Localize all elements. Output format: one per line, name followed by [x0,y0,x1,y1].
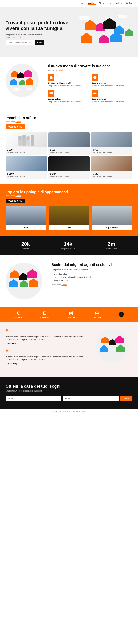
mini-houses [9,70,35,92]
feature-gestione-text: Sample text. Click to select the Text El… [48,85,89,87]
immobili-btn[interactable]: VEDERE DI PIÙ [6,124,25,130]
property-card-1[interactable]: $ 250 Sample text click to select [6,132,47,155]
navbar: Home Landing About Team Gallery Contact [0,0,138,7]
section2-credit-link[interactable]: Freepik [58,69,64,71]
gestione-icon [48,74,54,81]
ah-4 [9,279,18,287]
section-nuovo-modo: Il nuovo modo di trovare la tua casa Imm… [0,56,138,110]
agenti-text: Sample text. Click to select the Text El… [52,269,132,271]
property-card-5[interactable]: $ 1450 Sample text click to select [48,156,90,179]
property-card-6[interactable]: $ 150 Sample text click to select [91,156,132,179]
th-4 [100,345,108,352]
svg-point-2 [94,93,95,94]
apt-label-casa: Casa [48,225,90,230]
apt-card-appartamenti[interactable]: Appartamenti [92,206,132,230]
apt-card-casa[interactable]: Casa [48,206,90,230]
cloud-2 [118,15,127,18]
stat-num-cliente: 2m [106,241,117,247]
house-5 [125,29,134,36]
testimonial-1: ❝ Proin sed libero enim sed faucibus tur… [6,329,90,345]
section2-credit: Immagine da Freepik [48,69,132,71]
nav-gallery[interactable]: Gallery [116,2,122,5]
agent-circle [6,262,42,300]
stat-premiato: 20k Premiato [21,241,30,250]
apt-img-casa [48,206,90,225]
hero-title: Trova il posto perfetto dove vivere con … [6,20,74,31]
cta-email-input[interactable] [63,396,119,401]
footer-text: Sample text. Click to select the Text El… [6,411,132,412]
esplora-btn[interactable]: VEDERE DI PIÙ [6,198,25,204]
ah-6 [28,278,38,287]
property-card-3[interactable]: $ 350 Sample text click to select [91,132,132,155]
nav-team[interactable]: Team [108,2,112,5]
esplora-credit-link[interactable]: Freepik [16,195,21,197]
mini-house-1 [11,70,18,77]
nav-landing[interactable]: Landing [88,2,96,5]
mini-house-3 [24,70,32,77]
th-1 [101,336,109,344]
ah-5 [20,280,28,287]
property-card-4[interactable]: $ 2500 Sample text click to select [6,156,47,179]
section2-content: Il nuovo modo di trovare la tua casa Imm… [48,64,132,103]
agenti-credit-link[interactable]: Freepik [62,284,67,286]
hero-subtitle: Sample text. Click to select the Text El… [6,34,74,36]
apt-img-appartamenti [92,206,132,225]
cta-submit-button[interactable]: INVIA [120,396,132,401]
ah-1 [10,270,19,278]
email-form: INVIA [6,40,74,45]
apt-card-ufficio[interactable]: Ufficio [6,206,46,230]
nav-contact[interactable]: Contact [126,2,132,5]
mini-house-4 [10,79,17,85]
testimonial-text-1: Proin sed libero enim sed faucibus turpi… [6,335,90,341]
testimonials-list: ❝ Proin sed libero enim sed faucibus tur… [6,329,90,369]
company-name-2: COMPANY [40,316,49,318]
quote-mark-2: ❝ [6,349,90,354]
property-desc-2: Sample text click to select [50,152,88,154]
mini-cloud-2 [27,88,32,90]
property-price-5: $ 1450 [50,172,88,175]
ipotecari-icon [92,74,98,81]
agent-houses [9,269,39,293]
email-input[interactable] [6,40,35,45]
stat-label-premiato: Premiato [21,248,30,250]
bullet-3: Elenca la tua proprietà [52,279,132,282]
nav-about[interactable]: About [99,2,104,5]
property-card-2[interactable]: $ 550 Sample text click to select [48,132,90,155]
hero-illustration [74,14,132,51]
esplora-credit: Immagine da Freepik [6,195,132,197]
hero-content: Trova il posto perfetto dove vivere con … [6,20,74,45]
section-stats: 20k Premiato 14k Proprietà pronta 2m Cli… [0,236,138,255]
hero-credit-link[interactable]: Freepik [16,36,21,38]
property-img-4 [6,156,47,171]
nav-home[interactable]: Home [79,2,84,5]
cta-name-input[interactable] [6,396,62,401]
testimonial-image [96,329,132,369]
property-info-6: $ 150 Sample text click to select [91,171,132,179]
th-2 [109,339,116,345]
agent-img-circle [96,329,129,362]
immobili-credit: Immagine da Freepik [6,121,132,123]
cloud-1 [79,16,90,20]
property-price-3: $ 350 [92,148,131,151]
companies-arrow[interactable]: › [119,312,124,317]
submit-button[interactable]: INVIA [35,40,44,45]
cta-title: Ottieni la casa dei tuoi sogni [6,384,132,389]
apartment-grid: Ufficio Casa Appartamenti [6,206,132,230]
company-name-3: COMPANY [66,316,75,318]
property-price-4: $ 2500 [7,172,46,175]
property-info-2: $ 550 Sample text click to select [48,147,90,155]
property-desc-1: Sample text click to select [7,152,46,154]
ah-2 [19,273,28,280]
quote-mark-1: ❝ [6,329,90,334]
immobili-credit-link[interactable]: Freepik [16,121,21,123]
section-esplora: Esplora le tipologie di appartamenti Imm… [0,184,138,236]
hero-image-credit: Immagine da Freepik [6,36,74,38]
feature-valutari1-title: Servizi valutari [48,98,89,100]
arch-illustration-1 [17,132,35,147]
section-testimonials: ❝ Proin sed libero enim sed faucibus tur… [0,322,138,376]
testimonial-author-1: Cella Almeda [6,343,90,345]
agenti-image [6,262,46,300]
cta-subtitle: Sample text. Click to select the Text El… [6,390,132,392]
house-6 [81,32,92,43]
stat-label-proprieta: Proprietà pronta [62,248,75,250]
